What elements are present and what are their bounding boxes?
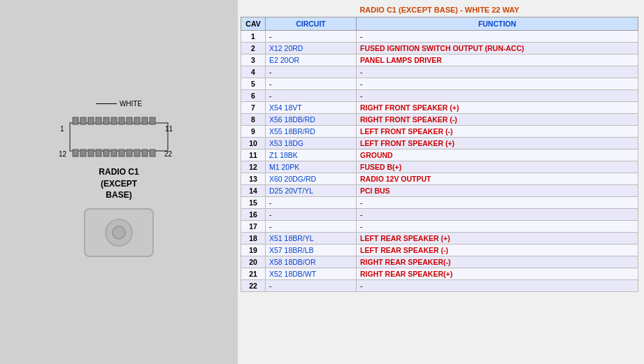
cell-circuit: X57 18BR/LB — [266, 245, 357, 256]
table-row: 3E2 20ORPANEL LAMPS DRIVER — [241, 54, 638, 66]
cell-function: - — [357, 197, 638, 209]
component-label: RADIO C1(EXCEPTBASE) — [99, 166, 138, 201]
svg-rect-9 — [134, 117, 140, 124]
svg-rect-6 — [111, 117, 117, 124]
cell-cav: 4 — [241, 66, 266, 78]
cell-circuit: X56 18DB/RD — [266, 114, 357, 126]
table-row: 11Z1 18BKGROUND — [241, 150, 638, 161]
white-label: WHITE — [96, 100, 142, 108]
cell-circuit: X55 18BR/RD — [266, 126, 357, 138]
cell-function: LEFT REAR SPEAKER (+) — [357, 233, 638, 245]
cell-function: LEFT FRONT SPEAKER (+) — [357, 138, 638, 150]
cell-function: LEFT REAR SPEAKER (-) — [357, 245, 638, 256]
header-function: FUNCTION — [357, 17, 638, 31]
cell-cav: 17 — [241, 221, 266, 233]
table-row: 7X54 18VTRIGHT FRONT SPEAKER (+) — [241, 102, 638, 114]
table-row: 12M1 20PKFUSED B(+) — [241, 161, 638, 173]
cell-circuit: X53 18DG — [266, 138, 357, 150]
camera-inner — [105, 219, 133, 247]
connector-diagram: WHITE — [56, 100, 182, 257]
svg-rect-11 — [150, 117, 155, 124]
table-row: 19X57 18BR/LBLEFT REAR SPEAKER (-) — [241, 245, 638, 256]
table-row: 8X56 18DB/RDRIGHT FRONT SPEAKER (-) — [241, 114, 638, 126]
cell-function: RIGHT FRONT SPEAKER (+) — [357, 102, 638, 114]
cell-cav: 3 — [241, 54, 266, 66]
right-panel: RADIO C1 (EXCEPT BASE) - WHITE 22 WAY CA… — [238, 0, 644, 364]
cell-cav: 8 — [241, 114, 266, 126]
cell-cav: 22 — [241, 280, 266, 292]
header-circuit: CIRCUIT — [266, 17, 357, 31]
table-row: 1-- — [241, 31, 638, 43]
cell-cav: 5 — [241, 78, 266, 90]
cell-function: RIGHT REAR SPEAKER(+) — [357, 268, 638, 280]
svg-rect-14 — [88, 150, 94, 156]
table-header-row: CAV CIRCUIT FUNCTION — [241, 17, 638, 31]
wiring-table: CAV CIRCUIT FUNCTION 1--2X12 20RDFUSED I… — [241, 17, 638, 292]
cell-function: - — [357, 31, 638, 43]
cell-function: - — [357, 209, 638, 221]
svg-rect-18 — [119, 150, 124, 156]
cell-function: GROUND — [357, 150, 638, 161]
cell-circuit: X52 18DB/WT — [266, 268, 357, 280]
svg-rect-5 — [103, 117, 109, 124]
cell-cav: 1 — [241, 31, 266, 43]
cell-function: - — [357, 66, 638, 78]
cell-circuit: - — [266, 197, 357, 209]
table-row: 2X12 20RDFUSED IGNITION SWITCH OUTPUT (R… — [241, 43, 638, 54]
cell-circuit: M1 20PK — [266, 161, 357, 173]
table-row: 13X60 20DG/RDRADIO 12V OUTPUT — [241, 173, 638, 185]
table-row: 4-- — [241, 66, 638, 78]
white-text: WHITE — [120, 100, 142, 108]
left-panel: WHITE — [0, 0, 238, 364]
svg-rect-15 — [96, 150, 101, 156]
cell-function: - — [357, 78, 638, 90]
table-row: 22-- — [241, 280, 638, 292]
svg-rect-13 — [80, 150, 86, 156]
arrow-line — [96, 103, 117, 104]
camera-icon — [84, 208, 154, 257]
svg-rect-19 — [127, 150, 132, 156]
cell-cav: 15 — [241, 197, 266, 209]
cell-circuit: - — [266, 78, 357, 90]
cell-cav: 16 — [241, 209, 266, 221]
cell-cav: 9 — [241, 126, 266, 138]
cell-function: - — [357, 90, 638, 102]
label-22-svg: 22 — [164, 150, 173, 158]
cell-circuit: - — [266, 90, 357, 102]
cell-cav: 19 — [241, 245, 266, 256]
svg-rect-10 — [142, 117, 148, 124]
svg-rect-16 — [103, 150, 109, 156]
cell-cav: 13 — [241, 173, 266, 185]
cell-function: LEFT FRONT SPEAKER (-) — [357, 126, 638, 138]
table-row: 5-- — [241, 78, 638, 90]
table-row: 21X52 18DB/WTRIGHT REAR SPEAKER(+) — [241, 268, 638, 280]
table-row: 6-- — [241, 90, 638, 102]
cell-function: RADIO 12V OUTPUT — [357, 173, 638, 185]
table-title: RADIO C1 (EXCEPT BASE) - WHITE 22 WAY — [241, 6, 638, 14]
cell-cav: 18 — [241, 233, 266, 245]
svg-rect-8 — [127, 117, 132, 124]
svg-rect-12 — [73, 150, 78, 156]
svg-rect-4 — [96, 117, 101, 124]
header-cav: CAV — [241, 17, 266, 31]
cell-function: FUSED B(+) — [357, 161, 638, 173]
svg-rect-7 — [119, 117, 124, 124]
table-row: 14D25 20VT/YLPCI BUS — [241, 185, 638, 197]
table-row: 9X55 18BR/RDLEFT FRONT SPEAKER (-) — [241, 126, 638, 138]
cell-function: RIGHT REAR SPEAKER(-) — [357, 256, 638, 268]
cell-circuit: X51 18BR/YL — [266, 233, 357, 245]
table-row: 17-- — [241, 221, 638, 233]
table-row: 16-- — [241, 209, 638, 221]
cell-cav: 10 — [241, 138, 266, 150]
cell-circuit: X54 18VT — [266, 102, 357, 114]
cell-cav: 7 — [241, 102, 266, 114]
cell-cav: 6 — [241, 90, 266, 102]
label-1-svg: 1 — [60, 125, 64, 133]
svg-rect-17 — [111, 150, 117, 156]
cell-circuit: - — [266, 66, 357, 78]
svg-rect-1 — [73, 117, 78, 124]
label-11-svg: 11 — [165, 125, 173, 133]
cell-cav: 14 — [241, 185, 266, 197]
cell-circuit: X60 20DG/RD — [266, 173, 357, 185]
cell-cav: 12 — [241, 161, 266, 173]
